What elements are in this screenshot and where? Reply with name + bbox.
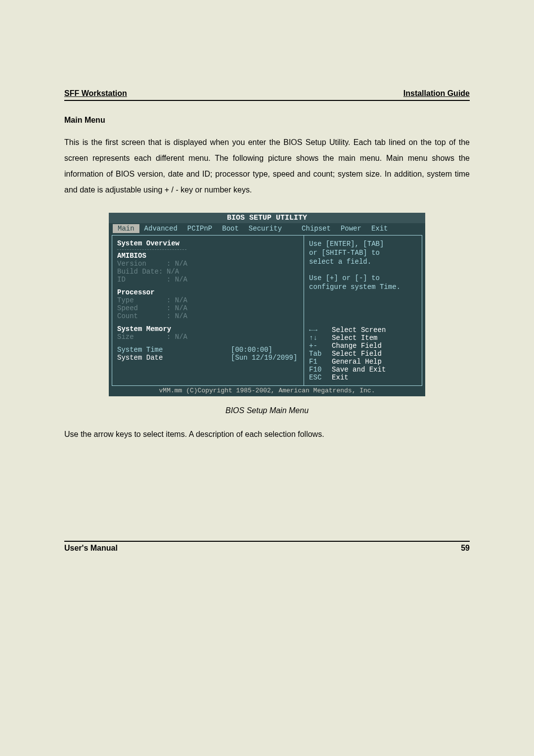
key-plusminus-icon: +-: [309, 342, 332, 350]
proc-speed-label: Speed: [117, 304, 167, 312]
bios-title: BIOS SETUP UTILITY: [109, 213, 425, 223]
key-change-field: Change Field: [332, 342, 382, 350]
id-label: ID: [117, 276, 167, 284]
key-f1: F1: [309, 358, 332, 366]
amibios-id-row: ID : N/A: [117, 276, 299, 284]
key-row-exit: ESC Exit: [309, 374, 417, 381]
system-time-value[interactable]: [00:00:00]: [231, 346, 272, 354]
bios-tab-power[interactable]: Power: [336, 224, 366, 233]
builddate-label: Build Date:: [117, 268, 167, 276]
divider: [117, 249, 186, 250]
key-esc: ESC: [309, 374, 332, 381]
bios-tab-pcipnp[interactable]: PCIPnP: [182, 224, 217, 233]
proc-type-label: Type: [117, 296, 167, 304]
processor-label: Processor: [117, 288, 299, 296]
proc-count-label: Count: [117, 312, 167, 320]
page-header: SFF Workstation Installation Guide: [64, 89, 470, 101]
page-footer: User's Manual 59: [64, 541, 470, 553]
bios-tab-row: Main Advanced PCIPnP Boot Security Chips…: [109, 223, 425, 234]
key-row-save-exit: F10 Save and Exit: [309, 366, 417, 374]
key-row-select-field: Tab Select Field: [309, 350, 417, 358]
key-tab: Tab: [309, 350, 332, 358]
bios-tab-advanced[interactable]: Advanced: [139, 224, 182, 233]
system-date-row[interactable]: System Date [Sun 12/19/2099]: [117, 354, 299, 362]
amibios-builddate-row: Build Date: N/A: [117, 268, 299, 276]
intro-paragraph: This is the first screen that is display…: [64, 135, 470, 198]
bios-tab-boot[interactable]: Boot: [217, 224, 244, 233]
bios-body: System Overview AMIBIOS Version : N/A Bu…: [112, 235, 422, 386]
after-paragraph: Use the arrow keys to select items. A de…: [64, 427, 470, 442]
key-exit: Exit: [332, 374, 349, 381]
key-row-select-item: ↑↓ Select Item: [309, 334, 417, 342]
help-text-top: Use [ENTER], [TAB] or [SHIFT-TAB] to sel…: [309, 239, 417, 291]
help-keys: ←→ Select Screen ↑↓ Select Item +- Chang…: [309, 326, 417, 381]
footer-left: User's Manual: [64, 544, 118, 553]
mem-size-row: Size : N/A: [117, 333, 299, 341]
header-right: Installation Guide: [403, 89, 470, 98]
system-time-row[interactable]: System Time [00:00:00]: [117, 346, 299, 354]
bios-screenshot: BIOS SETUP UTILITY Main Advanced PCIPnP …: [109, 213, 425, 396]
section-title: Main Menu: [64, 116, 470, 125]
key-select-screen: Select Screen: [332, 326, 386, 334]
amibios-label: AMIBIOS: [117, 252, 299, 260]
help-line2: or [SHIFT-TAB] to: [309, 248, 417, 257]
help-line4: Use [+] or [-] to: [309, 274, 417, 283]
key-row-select-screen: ←→ Select Screen: [309, 326, 417, 334]
bios-tab-chipset[interactable]: Chipset: [297, 224, 336, 233]
proc-speed-row: Speed : N/A: [117, 304, 299, 312]
bios-tab-main[interactable]: Main: [113, 224, 139, 233]
id-value: : N/A: [167, 276, 187, 284]
builddate-value: N/A: [167, 268, 179, 276]
bios-tab-exit[interactable]: Exit: [366, 224, 393, 233]
bios-left-panel: System Overview AMIBIOS Version : N/A Bu…: [112, 236, 304, 385]
proc-speed-value: : N/A: [167, 304, 187, 312]
proc-count-row: Count : N/A: [117, 312, 299, 320]
key-row-change-field: +- Change Field: [309, 342, 417, 350]
help-line1: Use [ENTER], [TAB]: [309, 239, 417, 248]
footer-page-number: 59: [461, 544, 470, 553]
mem-size-value: : N/A: [167, 333, 187, 341]
header-left: SFF Workstation: [64, 89, 127, 98]
key-arrows-icon: ←→: [309, 326, 332, 334]
key-select-field: Select Field: [332, 350, 382, 358]
mem-size-label: Size: [117, 333, 167, 341]
bios-copyright: vMM.mm (C)Copyright 1985-2002, American …: [109, 386, 425, 396]
proc-type-value: : N/A: [167, 296, 187, 304]
key-select-item: Select Item: [332, 334, 377, 342]
key-row-general-help: F1 General Help: [309, 358, 417, 366]
help-line3: select a field.: [309, 257, 417, 266]
overview-heading: System Overview: [117, 239, 299, 247]
system-time-label: System Time: [117, 346, 231, 354]
figure-caption: BIOS Setup Main Menu: [64, 406, 470, 415]
proc-count-value: : N/A: [167, 312, 187, 320]
system-date-value[interactable]: [Sun 12/19/2099]: [231, 354, 297, 362]
help-line5: configure system Time.: [309, 283, 417, 291]
bios-right-panel: Use [ENTER], [TAB] or [SHIFT-TAB] to sel…: [304, 236, 422, 385]
system-date-label: System Date: [117, 354, 231, 362]
proc-type-row: Type : N/A: [117, 296, 299, 304]
version-value: : N/A: [167, 260, 187, 268]
key-general-help: General Help: [332, 358, 382, 366]
version-label: Version: [117, 260, 167, 268]
amibios-version-row: Version : N/A: [117, 260, 299, 268]
memory-label: System Memory: [117, 325, 299, 333]
key-f10: F10: [309, 366, 332, 374]
key-save-exit: Save and Exit: [332, 366, 386, 374]
key-updown-icon: ↑↓: [309, 334, 332, 342]
bios-tab-security[interactable]: Security: [244, 224, 287, 233]
